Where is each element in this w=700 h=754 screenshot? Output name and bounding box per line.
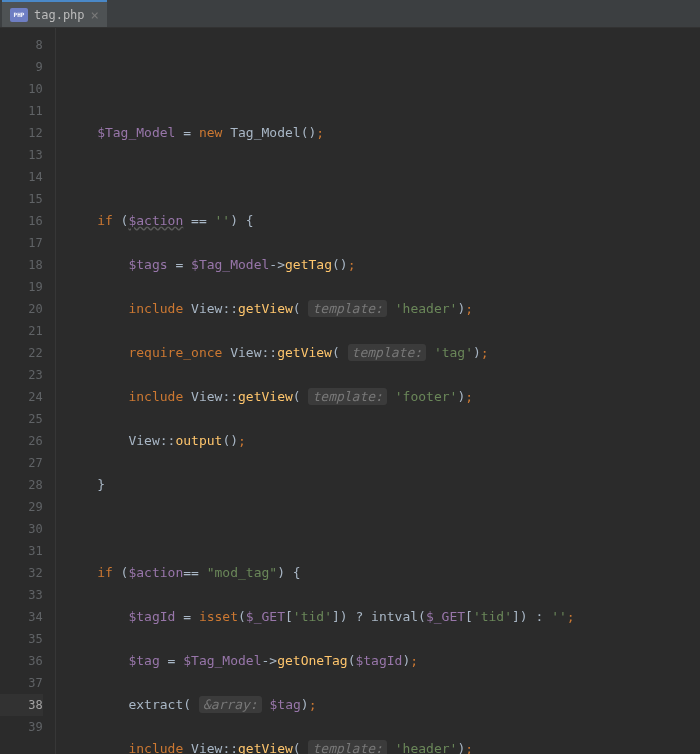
- line-number: 20: [0, 298, 43, 320]
- code-line[interactable]: $tagId = isset($_GET['tid']) ? intval($_…: [66, 606, 700, 628]
- line-number: 8: [0, 34, 43, 56]
- line-number: 12: [0, 122, 43, 144]
- gutter: 8910111213141516171819202122232425262728…: [0, 28, 56, 754]
- code-area[interactable]: $Tag_Model = new Tag_Model(); if ($actio…: [56, 28, 700, 754]
- close-icon[interactable]: ×: [91, 7, 99, 23]
- line-number: 11: [0, 100, 43, 122]
- line-number: 13: [0, 144, 43, 166]
- code-line[interactable]: include View::getView( template: 'footer…: [66, 386, 700, 408]
- line-number: 34: [0, 606, 43, 628]
- code-line[interactable]: require_once View::getView( template: 't…: [66, 342, 700, 364]
- line-number: 38: [0, 694, 43, 716]
- tab-tag-php[interactable]: PHP tag.php ×: [2, 0, 107, 27]
- line-number: 37: [0, 672, 43, 694]
- line-number: 32: [0, 562, 43, 584]
- code-line[interactable]: $tags = $Tag_Model->getTag();: [66, 254, 700, 276]
- tab-filename: tag.php: [34, 8, 85, 22]
- code-line[interactable]: [66, 518, 700, 540]
- line-number: 22: [0, 342, 43, 364]
- line-number: 36: [0, 650, 43, 672]
- code-line[interactable]: [66, 166, 700, 188]
- line-number: 19: [0, 276, 43, 298]
- line-number: 33: [0, 584, 43, 606]
- line-number: 15: [0, 188, 43, 210]
- tab-bar: PHP tag.php ×: [0, 0, 700, 28]
- line-number: 31: [0, 540, 43, 562]
- line-number: 10: [0, 78, 43, 100]
- code-line[interactable]: if ($action== "mod_tag") {: [66, 562, 700, 584]
- line-number: 21: [0, 320, 43, 342]
- line-number: 25: [0, 408, 43, 430]
- line-number: 14: [0, 166, 43, 188]
- line-number: 23: [0, 364, 43, 386]
- code-line[interactable]: $Tag_Model = new Tag_Model();: [66, 122, 700, 144]
- line-number: 18: [0, 254, 43, 276]
- code-line[interactable]: extract( &array: $tag);: [66, 694, 700, 716]
- line-number: 39: [0, 716, 43, 738]
- line-number: 24: [0, 386, 43, 408]
- code-line[interactable]: if ($action == '') {: [66, 210, 700, 232]
- editor: 8910111213141516171819202122232425262728…: [0, 28, 700, 754]
- line-number: 27: [0, 452, 43, 474]
- line-number: 30: [0, 518, 43, 540]
- code-line[interactable]: include View::getView( template: 'header…: [66, 298, 700, 320]
- code-line[interactable]: include View::getView( template: 'header…: [66, 738, 700, 754]
- line-number: 17: [0, 232, 43, 254]
- code-line[interactable]: }: [66, 474, 700, 496]
- code-line[interactable]: $tag = $Tag_Model->getOneTag($tagId);: [66, 650, 700, 672]
- line-number: 9: [0, 56, 43, 78]
- line-number: 29: [0, 496, 43, 518]
- line-number: 35: [0, 628, 43, 650]
- line-number: 26: [0, 430, 43, 452]
- line-number: 28: [0, 474, 43, 496]
- code-line[interactable]: View::output();: [66, 430, 700, 452]
- php-file-icon: PHP: [10, 8, 28, 22]
- code-line[interactable]: [66, 78, 700, 100]
- line-number: 16: [0, 210, 43, 232]
